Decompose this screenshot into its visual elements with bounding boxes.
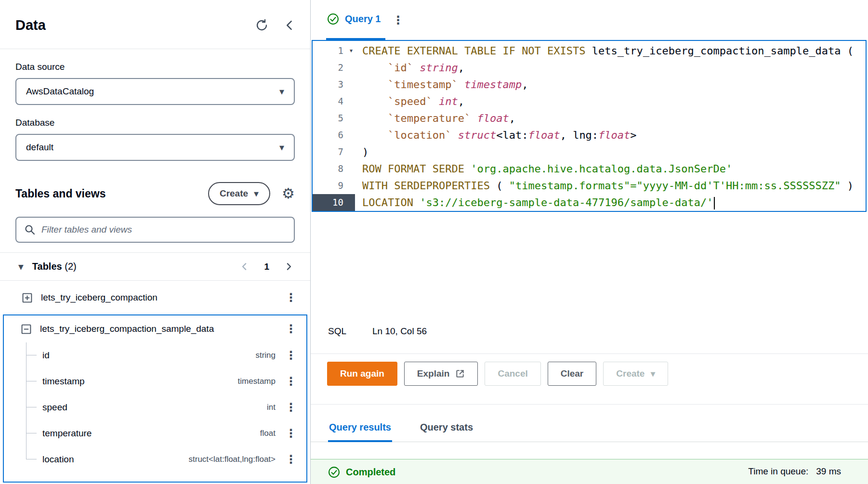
line-number: 7 (313, 144, 355, 160)
column-row-location: location struct<lat:float,lng:float> ⋮ (26, 446, 306, 472)
create-table-label: Create (220, 188, 248, 199)
column-type: int (267, 403, 276, 412)
query-success-icon (327, 13, 339, 25)
line-number: 4 (313, 93, 355, 110)
sidebar-header-actions (255, 19, 296, 32)
line-number: 6 (313, 127, 355, 144)
status-label: Completed (346, 467, 395, 478)
search-icon (24, 224, 36, 235)
data-sidebar: Data Data source AwsDataCatalog ▼ Databa… (0, 0, 311, 484)
clear-button[interactable]: Clear (548, 362, 597, 386)
divider (311, 353, 868, 354)
query-status: Completed (328, 466, 395, 478)
database-label: Database (15, 118, 295, 128)
line-number: 8 (313, 160, 355, 177)
queue-label: Time in queue: (748, 466, 808, 477)
line-number: 10 (313, 194, 355, 211)
tab-query-stats[interactable]: Query stats (419, 414, 474, 442)
database-select[interactable]: default ▼ (15, 134, 295, 161)
tab-query-1[interactable]: Query 1 (326, 0, 385, 40)
chevron-left-icon (284, 19, 296, 31)
create-label: Create (616, 368, 644, 379)
expand-plus-icon[interactable] (22, 293, 32, 303)
code-line: `timestamp` timestamp, (355, 76, 528, 93)
query-actions: Run again Explain Cancel Clear Create ▼ (311, 362, 868, 386)
create-table-button[interactable]: Create ▼ (208, 182, 270, 205)
editor-line-6[interactable]: 6 `location` struct<lat:float, lng:float… (313, 127, 866, 144)
column-type: string (255, 351, 276, 360)
column-name: location (42, 454, 189, 465)
sidebar-header: Data (0, 0, 310, 49)
column-row-timestamp: timestamp timestamp ⋮ (26, 368, 306, 394)
column-type: struct<lat:float,lng:float> (189, 455, 276, 464)
editor-line-8[interactable]: 8ROW FORMAT SERDE 'org.apache.hive.hcata… (313, 160, 866, 177)
tables-section-title: Tables (2) (32, 261, 240, 272)
editor-line-2[interactable]: 2 `id` string, (313, 59, 866, 76)
run-again-button[interactable]: Run again (327, 362, 397, 386)
tables-label: Tables (32, 261, 62, 272)
line-number: 1▾ (313, 42, 355, 59)
settings-button[interactable]: ⚙ (282, 186, 295, 201)
create-dropdown-button[interactable]: Create ▼ (603, 362, 668, 386)
editor-line-4[interactable]: 4 `speed` int, (313, 93, 866, 110)
column-menu-button[interactable]: ⋮ (283, 402, 299, 413)
editor-line-10[interactable]: 10LOCATION 's3://iceberg-sample-data-477… (313, 194, 866, 211)
editor-line-7[interactable]: 7) (313, 144, 866, 160)
sql-editor[interactable]: 1▾CREATE EXTERNAL TABLE IF NOT EXISTS le… (312, 40, 867, 212)
column-menu-button[interactable]: ⋮ (283, 454, 299, 465)
refresh-button[interactable] (255, 19, 268, 32)
explain-label: Explain (417, 368, 450, 379)
divider (311, 404, 868, 405)
editor-status-bar: SQL Ln 10, Col 56 (311, 320, 868, 343)
external-link-icon (455, 369, 465, 379)
code-line: ROW FORMAT SERDE 'org.apache.hive.hcatal… (355, 160, 732, 177)
column-type: float (260, 429, 276, 438)
table-menu-button[interactable]: ⋮ (283, 292, 299, 303)
data-panel-title: Data (15, 17, 46, 33)
cancel-button[interactable]: Cancel (485, 362, 540, 386)
explain-button[interactable]: Explain (404, 362, 478, 386)
editor-line-9[interactable]: 9WITH SERDEPROPERTIES ( "timestamp.forma… (313, 177, 866, 194)
table-menu-button[interactable]: ⋮ (283, 323, 299, 335)
check-circle-icon (328, 466, 340, 478)
tab-query-results[interactable]: Query results (328, 414, 392, 442)
column-menu-button[interactable]: ⋮ (283, 428, 299, 439)
code-line: `location` struct<lat:float, lng:float> (355, 127, 637, 144)
data-source-select[interactable]: AwsDataCatalog ▼ (15, 78, 295, 105)
editor-line-5[interactable]: 5 `temperature` float, (313, 110, 866, 127)
column-menu-button[interactable]: ⋮ (283, 376, 299, 387)
table-name: lets_try_iceberg_compaction_sample_data (40, 324, 283, 334)
table-row-compaction[interactable]: lets_try_iceberg_compaction ⋮ (0, 281, 310, 314)
fold-icon[interactable]: ▾ (350, 42, 353, 59)
pagination-prev-icon[interactable] (239, 262, 250, 272)
editor-line-3[interactable]: 3 `timestamp` timestamp, (313, 76, 866, 93)
tables-and-views-row: Tables and views Create ▼ ⚙ (15, 182, 295, 205)
code-line: LOCATION 's3://iceberg-sample-data-47719… (355, 194, 715, 211)
caret-down-icon: ▼ (254, 190, 259, 197)
editor-line-1[interactable]: 1▾CREATE EXTERNAL TABLE IF NOT EXISTS le… (313, 42, 866, 59)
tables-collapse-icon[interactable]: ▼ (18, 263, 24, 271)
code-line: WITH SERDEPROPERTIES ( "timestamp.format… (355, 177, 854, 194)
filter-tables-input[interactable] (41, 224, 286, 235)
tables-count: (2) (65, 261, 76, 272)
column-type: timestamp (238, 377, 276, 386)
data-source-label: Data source (15, 62, 295, 72)
selected-table-group: lets_try_iceberg_compaction_sample_data … (3, 314, 307, 483)
tables-pagination: 1 (239, 262, 294, 272)
collapse-panel-button[interactable] (284, 19, 296, 31)
column-name: timestamp (42, 376, 238, 387)
column-name: temperature (42, 428, 260, 439)
column-name: speed (42, 402, 267, 413)
data-source-value: AwsDataCatalog (26, 86, 94, 97)
filter-input-wrapper (15, 217, 295, 243)
query-tab-menu-button[interactable]: ⋮ (390, 14, 406, 26)
query-tab-bar: Query 1 ⋮ (311, 0, 868, 40)
line-number: 3 (313, 76, 355, 93)
table-row-sample-data[interactable]: lets_try_iceberg_compaction_sample_data … (4, 315, 306, 342)
pagination-next-icon[interactable] (284, 262, 294, 272)
editor-language: SQL (328, 326, 346, 337)
column-menu-button[interactable]: ⋮ (283, 350, 299, 361)
cursor-position: Ln 10, Col 56 (372, 326, 427, 337)
query-panel: Query 1 ⋮ 1▾CREATE EXTERNAL TABLE IF NOT… (311, 0, 868, 484)
collapse-minus-icon[interactable] (21, 324, 31, 334)
